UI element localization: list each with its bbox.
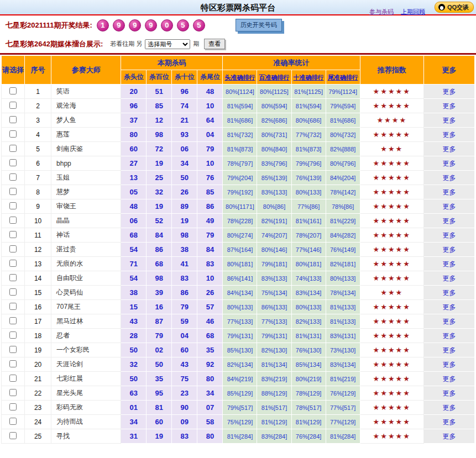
kill-number: 12 <box>147 113 172 128</box>
row-checkbox[interactable] <box>9 288 17 296</box>
more-link[interactable]: 更多 <box>442 260 456 268</box>
row-checkbox[interactable] <box>9 87 17 94</box>
kill-number: 19 <box>147 156 172 171</box>
row-checkbox[interactable] <box>9 116 17 123</box>
star-rating: ★★★★★ <box>360 228 423 243</box>
row-checkbox[interactable] <box>9 217 17 224</box>
row-checkbox[interactable] <box>9 432 17 439</box>
more-link[interactable]: 更多 <box>442 404 456 412</box>
accuracy-value: 82%[134] <box>223 357 257 372</box>
col-header-kill-head: 杀头位 <box>121 70 147 85</box>
row-checkbox[interactable] <box>9 274 17 281</box>
view-button[interactable]: 查看 <box>204 39 225 49</box>
accuracy-value: 82%[133] <box>291 314 326 329</box>
kill-number: 16 <box>147 300 172 314</box>
row-checkbox[interactable] <box>9 102 17 109</box>
accuracy-value: 84%[219] <box>223 372 257 386</box>
row-checkbox[interactable] <box>9 360 17 367</box>
accuracy-value: 82%[191] <box>257 214 291 228</box>
more-link[interactable]: 更多 <box>442 117 456 124</box>
join-killcode-link[interactable]: 参与杀码 <box>369 8 394 15</box>
more-link[interactable]: 更多 <box>442 231 456 239</box>
master-name: 天涯论剑 <box>51 357 121 372</box>
row-checkbox[interactable] <box>9 331 17 339</box>
accuracy-value: 78%[134] <box>326 286 360 300</box>
more-link[interactable]: 更多 <box>442 418 456 426</box>
acc-rank-ten-link[interactable]: 十准确排行 <box>294 74 324 81</box>
row-checkbox[interactable] <box>9 260 17 267</box>
more-link[interactable]: 更多 <box>442 188 456 196</box>
accuracy-value: 76%[139] <box>291 171 326 185</box>
accuracy-value: 83%[219] <box>257 372 291 386</box>
kill-number: 79 <box>197 228 223 243</box>
previous-period-link[interactable]: 上期回顾 <box>401 8 425 15</box>
kill-number: 27 <box>121 156 147 171</box>
row-checkbox[interactable] <box>9 389 17 396</box>
master-name: 星光头尾 <box>51 386 121 401</box>
table-row: 5 剑南庆鉴 60 72 06 79 81%[873] 80%[840] 81%… <box>2 142 475 156</box>
row-checkbox[interactable] <box>9 173 17 181</box>
more-link[interactable]: 更多 <box>442 289 456 297</box>
row-checkbox[interactable] <box>9 159 17 166</box>
row-checkbox[interactable] <box>9 418 17 425</box>
more-link[interactable]: 更多 <box>442 318 456 325</box>
row-checkbox[interactable] <box>9 202 17 209</box>
row-checkbox[interactable] <box>9 303 17 310</box>
more-link[interactable]: 更多 <box>442 160 456 167</box>
row-checkbox[interactable] <box>9 375 17 382</box>
more-link[interactable]: 更多 <box>442 375 456 383</box>
more-link[interactable]: 更多 <box>442 174 456 182</box>
table-row: 20 天涯论剑 32 50 43 92 82%[134] 81%[134] 85… <box>2 357 475 372</box>
history-numbers-button[interactable]: 历史开奖号码 <box>236 19 282 31</box>
more-link[interactable]: 更多 <box>442 246 456 254</box>
lottery-ball: 9 <box>145 19 157 31</box>
acc-rank-tail-link[interactable]: 尾准确排行 <box>328 74 358 81</box>
more-link[interactable]: 更多 <box>442 275 456 282</box>
more-link[interactable]: 更多 <box>442 361 456 368</box>
row-checkbox[interactable] <box>9 317 17 324</box>
row-checkbox[interactable] <box>9 130 17 138</box>
more-link[interactable]: 更多 <box>442 145 456 153</box>
masters-table: 请选择 序号 参赛大师 本期杀码 准确率统计 推荐指数 更多 杀头位 杀百位 杀… <box>1 55 475 444</box>
kill-number: 50 <box>147 357 172 372</box>
row-checkbox[interactable] <box>9 245 17 252</box>
arena-title-label: 七星彩第2642期媒体擂台展示: <box>6 39 103 49</box>
accuracy-value: 78%[207] <box>291 228 326 243</box>
period-select[interactable]: 选择期号 <box>145 39 190 49</box>
table-row: 2 观沧海 96 85 74 10 81%[594] 80%[594] 81%[… <box>2 99 475 113</box>
kill-number: 79 <box>172 300 197 314</box>
accuracy-value: 84%[282] <box>326 228 360 243</box>
row-checkbox[interactable] <box>9 188 17 195</box>
table-row: 18 忍者 28 79 04 68 79%[131] 79%[131] 81%[… <box>2 329 475 343</box>
accuracy-value: 78%[228] <box>223 214 257 228</box>
row-checkbox[interactable] <box>9 231 17 238</box>
row-checkbox[interactable] <box>9 346 17 353</box>
star-rating: ★★★ <box>360 286 423 300</box>
more-link[interactable]: 更多 <box>442 433 456 440</box>
row-checkbox[interactable] <box>9 403 17 410</box>
master-name: 湛过贵 <box>51 243 121 257</box>
more-link[interactable]: 更多 <box>442 332 456 340</box>
more-link[interactable]: 更多 <box>442 303 456 311</box>
qq-chat-button[interactable]: QQ交谈 <box>435 2 474 13</box>
row-checkbox[interactable] <box>9 145 17 152</box>
more-link[interactable]: 更多 <box>442 88 456 96</box>
acc-rank-hundred-link[interactable]: 百准确排行 <box>259 74 290 81</box>
more-link[interactable]: 更多 <box>442 102 456 110</box>
col-header-master: 参赛大师 <box>51 56 121 85</box>
more-link[interactable]: 更多 <box>442 389 456 397</box>
kill-number: 50 <box>121 343 147 357</box>
more-link[interactable]: 更多 <box>442 346 456 354</box>
more-link[interactable]: 更多 <box>442 217 456 225</box>
top-links: 参与杀码 上期回顾 <box>364 8 425 16</box>
more-link[interactable]: 更多 <box>442 131 456 139</box>
accuracy-value: 80%[86] <box>257 199 291 214</box>
kill-number: 01 <box>121 401 147 415</box>
acc-rank-head-link[interactable]: 头准确排行 <box>224 74 255 81</box>
more-link[interactable]: 更多 <box>442 203 456 210</box>
kill-number: 92 <box>197 357 223 372</box>
table-row: 10 晶晶 06 52 19 49 78%[228] 82%[191] 81%[… <box>2 214 475 228</box>
lottery-ball: 5 <box>193 19 205 31</box>
lottery-ball: 5 <box>177 19 189 31</box>
accuracy-value: 79%[517] <box>223 401 257 415</box>
